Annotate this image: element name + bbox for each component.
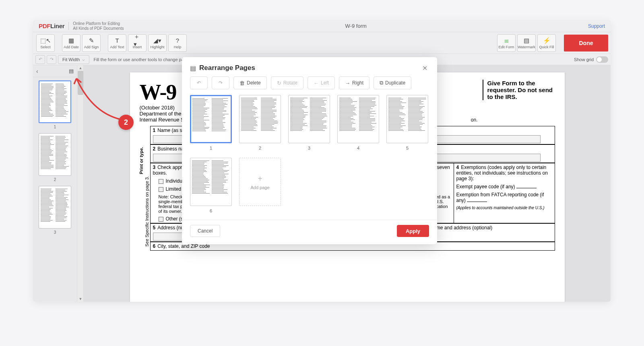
chevron-down-icon: ⌵ [82,57,85,62]
checkbox-other[interactable] [159,217,163,222]
modal-page-thumb[interactable] [190,95,232,143]
modal-page-thumb[interactable] [337,95,379,143]
modal-page-number: 1 [190,146,232,150]
pages-icon: ▤ [190,64,196,72]
delete-button[interactable]: 🗑Delete [233,76,267,89]
modal-page-thumb[interactable] [288,95,330,143]
form-instruction-box: Give Form to the requester. Do not send … [483,80,555,100]
document-title: W-9 form [124,23,588,29]
modal-page-thumb[interactable] [386,95,428,143]
plus-icon: + [258,174,262,183]
rearrange-modal: ▤ Rearrange Pages ✕ ↶ ↷ 🗑Delete ↻Rotate … [182,57,437,244]
brand-logo: PDFLiner [39,23,64,29]
modal-undo[interactable]: ↶ [190,76,208,89]
arrow-right-icon: → [345,80,350,86]
checkbox-llc[interactable] [159,187,163,192]
trash-icon: 🗑 [239,80,245,86]
thumbnail-number: 3 [39,230,71,235]
done-button[interactable]: Done [564,35,608,51]
row4-label: Exemptions (codes apply only to certain … [456,165,548,181]
scroll-thumb-handle[interactable] [78,71,83,95]
add-sign-tool[interactable]: ✎Add Sign [82,34,101,52]
thumbnail-scrollbar[interactable]: ▲ ▼ [77,65,84,302]
undo-button[interactable]: ↶ [35,55,45,64]
row6-label: City, state, and ZIP code [157,243,210,249]
form-icon: ≣ [503,37,510,44]
support-link[interactable]: Support [588,23,605,29]
page-grid: 123456+Add page [182,95,437,217]
redo-button[interactable]: ↷ [47,55,56,64]
modal-page-number: 2 [239,146,281,150]
checkbox-individual[interactable] [159,179,163,184]
select-tool[interactable]: ⬚↖Select [36,34,55,52]
watermark-icon: ▤ [523,37,530,44]
bolt-icon: ⚡ [543,37,550,44]
modal-page-number: 5 [386,146,428,150]
callout-badge: 2 [118,115,134,130]
duplicate-icon: ⧉ [380,80,383,86]
watermark-tool[interactable]: ▤Watermark [517,34,536,52]
row4a: Exempt payee code (if any) [456,184,515,189]
side-label-2: See Specific Instructions on page 3. [144,176,149,247]
thumbnail-number: 2 [39,177,71,182]
pages-icon[interactable]: ▤ [69,68,74,74]
insert-tool[interactable]: ＋▾Insert [128,34,147,52]
right-button[interactable]: →Right [339,76,369,89]
modal-page-number: 6 [190,208,232,213]
modal-footer: Cancel Apply [182,220,437,244]
modal-redo[interactable]: ↷ [212,76,229,89]
rotate-button[interactable]: ↻Rotate [271,76,303,89]
cursor-icon: ⬚↖ [42,37,49,44]
rotate-icon: ↻ [277,80,281,86]
modal-page-thumb[interactable] [190,158,232,206]
exempt-code-input[interactable] [516,188,537,188]
close-icon[interactable]: ✕ [420,64,429,72]
modal-page-number: 4 [337,146,379,150]
side-label-1: Print or type. [139,147,144,174]
thumbnail-list: 123 [33,77,77,302]
modal-title: Rearrange Pages [199,64,255,72]
thumbnail-page[interactable] [39,186,71,229]
fatca-code-input[interactable] [467,202,487,202]
modal-page-thumb[interactable] [239,95,281,143]
thumbnail-page[interactable] [39,133,71,176]
add-page-label: Add page [250,185,269,190]
signature-icon: ✎ [88,37,95,44]
help-tool[interactable]: ?Help [168,34,187,52]
highlight-tool[interactable]: ◢▾Highlight [148,34,167,52]
thumbnail-page[interactable] [39,80,71,123]
add-text-tool[interactable]: TAdd Text [108,34,126,52]
calendar-icon: ▦ [68,37,75,44]
brand-bar: PDFLiner Online Platform for EditingAll … [33,20,611,32]
scroll-down-icon[interactable]: ▼ [77,296,84,302]
quick-fill-tool[interactable]: ⚡Quick Fill [537,34,556,52]
brand-subtitle: Online Platform for EditingAll Kinds of … [73,21,124,31]
add-date-tool[interactable]: ▦Add Date [62,34,80,52]
apply-button[interactable]: Apply [397,225,429,237]
text-icon: T [114,37,121,44]
duplicate-button[interactable]: ⧉Duplicate [374,76,411,89]
chevron-left-icon[interactable]: ‹ [36,68,38,74]
hint-text: Fill the form or use another tools to ch… [93,57,189,62]
row4c: (Applies to accounts maintained outside … [454,204,555,211]
toggle-switch[interactable] [596,56,608,63]
modal-header: ▤ Rearrange Pages ✕ [182,57,437,76]
highlight-icon: ◢▾ [154,37,161,44]
thumbnail-header: ‹ ▤ [33,65,77,77]
modal-page-number: 3 [288,146,330,150]
cancel-button[interactable]: Cancel [190,225,220,237]
help-icon: ? [174,37,181,44]
modal-toolbar: ↶ ↷ 🗑Delete ↻Rotate ←Left →Right ⧉Duplic… [182,76,437,95]
scroll-up-icon[interactable]: ▲ [77,65,84,71]
show-grid-toggle[interactable]: Show grid [574,56,608,63]
arrow-left-icon: ← [314,80,319,86]
thumbnail-panel: ‹ ▤ 123 [33,65,77,302]
edit-form-tool[interactable]: ≣Edit Form [497,34,516,52]
plus-icon: ＋▾ [134,37,141,44]
left-button[interactable]: ←Left [308,76,335,89]
thumbnail-number: 1 [39,125,71,129]
fit-width-dropdown[interactable]: Fit Width ⌵ [58,55,89,64]
main-toolbar: ⬚↖Select ▦Add Date ✎Add Sign TAdd Text ＋… [33,32,611,54]
add-page-button[interactable]: +Add page [239,158,281,206]
